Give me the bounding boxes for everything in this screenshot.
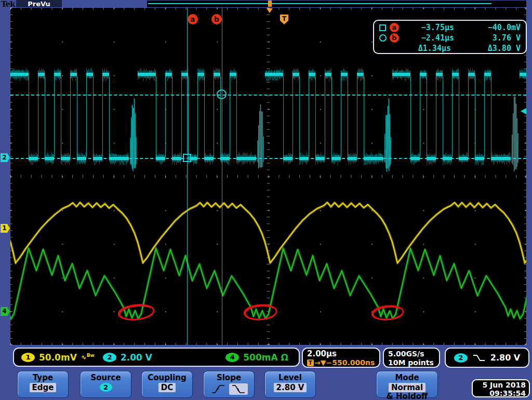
menu-level-title: Level	[265, 374, 315, 382]
cursor-a-marker	[183, 154, 191, 162]
menu-mode-button[interactable]: Mode Normal & Holdoff	[376, 371, 438, 398]
falling-slope-selected[interactable]	[229, 383, 248, 395]
menu-level-button[interactable]: Level 2.80 V	[264, 371, 316, 398]
rising-slope-icon	[210, 384, 226, 394]
trigger-delay: T →▼ −550.000ns	[307, 358, 379, 367]
menu-type-value: Edge	[30, 383, 57, 392]
acquisition-status: PreVu	[16, 0, 62, 8]
timebase-scale: 2.00µs	[307, 350, 379, 358]
trigger-readout: 2 2.80 V	[445, 348, 529, 368]
cursor-b-time: −2.41µs	[402, 33, 454, 43]
cursor-delta-time: Δ1.34µs	[402, 44, 451, 53]
horizontal-readout: 2.00µs T →▼ −550.000ns	[302, 348, 380, 368]
menu-mode-value2: & Holdoff	[377, 392, 437, 400]
delay-arrows-icon: →▼	[314, 358, 326, 367]
record-view-line	[148, 3, 491, 4]
sample-rate: 5.00GS/s	[388, 350, 439, 358]
ch2-scale: 2.00 V	[121, 352, 152, 363]
falling-slope-icon	[231, 384, 246, 394]
ch4-badge: 4	[225, 353, 239, 362]
menu-type-button[interactable]: Type Edge	[17, 371, 69, 398]
ch2-reference-marker: 2	[1, 153, 10, 162]
trigger-level-arrow-icon	[521, 108, 526, 114]
trigger-level-value: 2.80 V	[490, 353, 520, 363]
acquisition-readout: 5.00GS/s 10M points	[383, 348, 440, 368]
ch1-scale: 50.0mV	[39, 352, 77, 363]
trigger-source-badge: 2	[454, 353, 468, 363]
falling-slope-icon	[473, 354, 485, 362]
cursor-a-row: a −3.75µs −40.0mV	[379, 22, 521, 33]
cursor-b-vline[interactable]	[222, 8, 222, 345]
ch2-badge: 2	[103, 353, 116, 362]
ch4-reference-marker: 4	[1, 307, 10, 316]
cursor-b-row: b −2.41µs 3.76 V	[379, 33, 521, 43]
menu-coupling-title: Coupling	[142, 374, 192, 382]
menu-slope-title: Slope	[204, 374, 254, 382]
cursor-b-hline	[10, 95, 526, 96]
delay-value: −550.000ns	[326, 358, 375, 367]
record-trigger-position-icon	[268, 1, 272, 7]
cursor-b-badge-small: b	[390, 33, 399, 43]
cursor-a-badge: a	[188, 14, 198, 24]
menu-coupling-button[interactable]: Coupling DC	[141, 371, 193, 398]
trigger-t-icon: T	[307, 359, 314, 366]
cursor-a-time: −3.75µs	[402, 23, 454, 32]
cursor-b-value: 3.76 V	[454, 33, 521, 43]
cursor-delta-value: Δ3.80 V	[451, 44, 521, 53]
menu-slope-button[interactable]: Slope	[203, 371, 255, 398]
cursor-a-badge-small: a	[390, 23, 399, 32]
ch4-scale: 500mA Ω	[243, 352, 288, 363]
menu-source-title: Source	[81, 374, 131, 382]
record-view-bar	[147, 1, 526, 7]
menu-source-value: 2	[100, 383, 112, 392]
cursor-a-vline[interactable]	[187, 8, 188, 345]
menu-level-value: 2.80 V	[274, 383, 307, 392]
menu-type-title: Type	[18, 374, 68, 382]
menu-coupling-value: DC	[158, 383, 176, 392]
header-bar: Tek PreVu	[0, 0, 532, 8]
ch1-reference-marker: 1	[1, 224, 10, 233]
menu-source-button[interactable]: Source 2	[80, 371, 131, 398]
cursor-readout-box: a −3.75µs −40.0mV b −2.41µs 3.76 V Δ1.34…	[373, 20, 527, 54]
datetime-box: 5 Jun 2018 09:35:54	[472, 379, 530, 397]
circle-icon	[379, 34, 390, 42]
trigger-position-arrow-icon	[267, 8, 273, 13]
time-label: 09:35:54	[473, 389, 526, 397]
cursor-b-badge: b	[211, 14, 222, 24]
oscilloscope-screen: Tek PreVu a b T a −3.75µs −40.0mV	[0, 0, 532, 400]
channel-scale-readout: 1 50.0mV ∿Bw 2 2.00 V 4 500mA Ω	[13, 348, 300, 367]
ch1-coupling-bw-icon: ∿Bw	[81, 353, 95, 361]
square-icon	[379, 24, 390, 31]
cursor-delta-row: Δ1.34µs Δ3.80 V	[379, 43, 521, 54]
menu-mode-title: Mode	[377, 374, 437, 382]
ch1-badge: 1	[21, 353, 35, 362]
cursor-a-value: −40.0mV	[454, 23, 521, 32]
record-length: 10M points	[388, 358, 439, 367]
cursor-a-hline	[10, 158, 526, 159]
cursor-b-marker	[217, 89, 227, 99]
waveform-canvas	[10, 8, 526, 345]
graticule-area: a b T a −3.75µs −40.0mV b −2.41µs 3.76 V…	[10, 8, 526, 345]
menu-mode-value: Normal	[389, 383, 425, 392]
date-label: 5 Jun 2018	[473, 381, 526, 389]
